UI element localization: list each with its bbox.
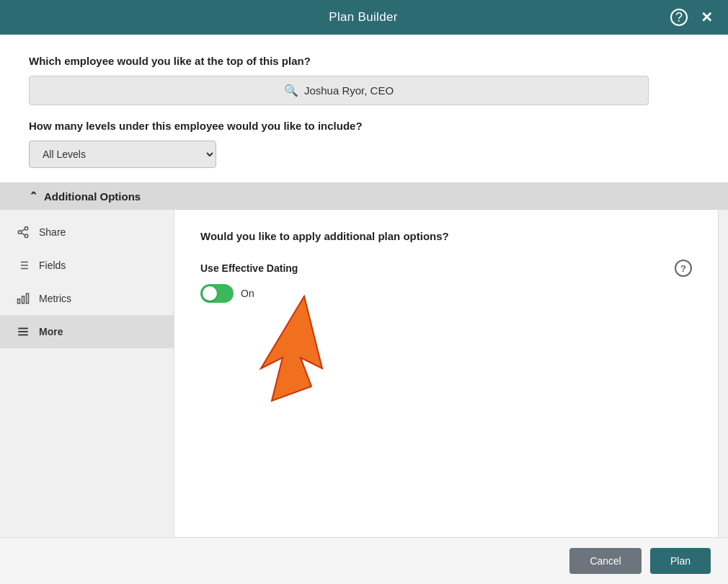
employee-value: Joshua Ryor, CEO: [304, 84, 394, 97]
svg-rect-12: [22, 296, 25, 304]
sidebar-more-label: More: [39, 326, 63, 337]
sidebar-share-label: Share: [39, 226, 66, 238]
plan-button[interactable]: Plan: [650, 548, 711, 574]
toggle-thumb: [203, 286, 217, 301]
toggle-on-label: On: [241, 288, 254, 299]
sidebar-metrics-label: Metrics: [39, 293, 71, 304]
svg-rect-11: [27, 293, 29, 304]
dialog-footer: Cancel Plan: [0, 537, 728, 584]
svg-point-0: [25, 227, 28, 231]
svg-line-4: [21, 229, 25, 231]
close-icon[interactable]: ✕: [698, 9, 715, 26]
levels-select[interactable]: All Levels 1 Level 2 Levels 3 Levels 4 L…: [29, 141, 216, 168]
toggle-track: [200, 284, 234, 303]
svg-line-3: [21, 233, 25, 235]
svg-point-2: [25, 234, 28, 238]
additional-options-label: Additional Options: [44, 190, 141, 203]
svg-marker-17: [261, 296, 322, 401]
toggle-row: On: [200, 284, 692, 303]
effective-dating-row: Use Effective Dating ?: [200, 260, 692, 277]
sidebar-fields-label: Fields: [39, 260, 66, 271]
effective-dating-toggle[interactable]: [200, 284, 234, 303]
additional-options-body: Share Fields: [0, 210, 728, 537]
employee-search-button[interactable]: 🔍 Joshua Ryor, CEO: [29, 76, 649, 105]
sidebar-item-fields[interactable]: Fields: [0, 249, 174, 282]
effective-dating-label: Use Effective Dating: [200, 262, 298, 274]
header-icons: ? ✕: [670, 9, 715, 26]
sidebar-item-metrics[interactable]: Metrics: [0, 282, 174, 315]
dialog-body: Which employee would you like at the top…: [0, 35, 728, 537]
levels-section: How many levels under this employee woul…: [0, 120, 728, 182]
scrollbar[interactable]: [718, 210, 728, 537]
plan-builder-dialog: Plan Builder ? ✕ Which employee would yo…: [0, 0, 728, 584]
top-section: Which employee would you like at the top…: [0, 35, 728, 120]
effective-dating-help-icon[interactable]: ?: [675, 260, 692, 277]
sidebar: Share Fields: [0, 210, 174, 537]
help-icon[interactable]: ?: [670, 9, 688, 26]
question2-label: How many levels under this employee woul…: [29, 120, 699, 132]
search-icon: 🔍: [284, 84, 298, 97]
question1-label: Which employee would you like at the top…: [29, 55, 699, 67]
cancel-button[interactable]: Cancel: [569, 548, 642, 574]
share-icon: [16, 226, 30, 239]
sidebar-item-share[interactable]: Share: [0, 216, 174, 249]
dialog-header: Plan Builder ? ✕: [0, 0, 728, 35]
main-question: Would you like to apply additional plan …: [200, 230, 692, 242]
fields-icon: [16, 259, 30, 272]
metrics-icon: [16, 292, 30, 305]
main-content: Would you like to apply additional plan …: [174, 210, 718, 537]
svg-rect-13: [18, 299, 20, 304]
more-icon: [16, 325, 30, 338]
sidebar-item-more[interactable]: More: [0, 315, 174, 348]
chevron-up-icon: ⌃: [29, 190, 38, 203]
dialog-title: Plan Builder: [56, 10, 670, 25]
svg-point-1: [18, 231, 22, 234]
additional-options-header: ⌃ Additional Options: [0, 182, 728, 210]
